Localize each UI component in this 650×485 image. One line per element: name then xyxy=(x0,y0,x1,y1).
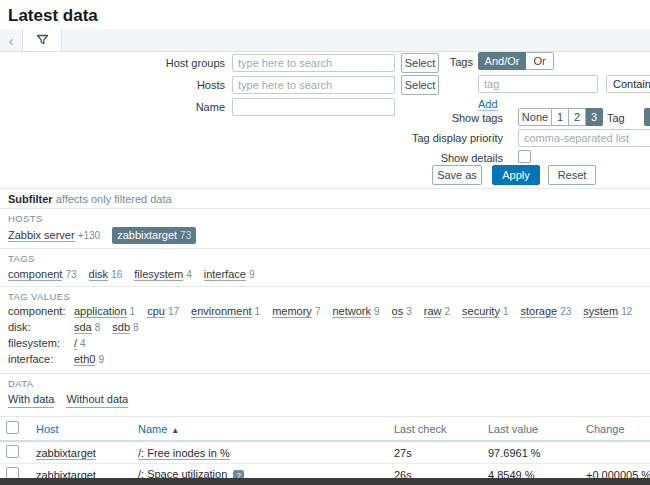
subfilter-tag-item[interactable]: interface9 xyxy=(204,267,255,282)
tag-value-item[interactable]: sdb8 xyxy=(112,321,138,334)
tags-label: Tags xyxy=(380,53,473,71)
tag-value-item[interactable]: cpu17 xyxy=(147,305,179,318)
name-input[interactable] xyxy=(232,98,395,116)
select-all-checkbox[interactable] xyxy=(6,421,19,434)
filter-tabstrip: ‹ xyxy=(0,29,650,52)
hosts-input[interactable] xyxy=(232,76,395,94)
chevron-left-icon: ‹ xyxy=(9,32,14,49)
filter-form: Host groups Select Hosts Select Name Tag… xyxy=(0,52,650,188)
table-header-row: Host Name▲ Last check Last value Change xyxy=(0,417,650,442)
funnel-icon xyxy=(36,33,49,48)
collapse-filter-button[interactable]: ‹ xyxy=(0,29,22,51)
hosts-label: Hosts xyxy=(0,76,225,94)
host-link[interactable]: zabbixtarget xyxy=(36,447,96,460)
subfilter-tag-item[interactable]: component73 xyxy=(8,267,77,282)
tags-heading: TAGS xyxy=(8,253,642,264)
apply-button[interactable]: Apply xyxy=(492,165,540,185)
subfilter-title: Subfilter xyxy=(8,193,53,205)
tag-value-item[interactable]: memory7 xyxy=(272,305,320,318)
tag-value-group-name: filesystem: xyxy=(8,337,74,350)
tag-value-item[interactable]: os3 xyxy=(392,305,412,318)
tag-value-group-name: component: xyxy=(8,305,74,318)
tag-value-item[interactable]: raw2 xyxy=(424,305,450,318)
subfilter-host-item[interactable]: Zabbix server+130 xyxy=(8,228,100,243)
data-heading: DATA xyxy=(8,378,642,389)
tag-value-group: disk: sda8 sdb8 xyxy=(8,321,642,334)
tag-operator-value: Contains xyxy=(613,78,650,90)
tag-display-priority-input[interactable] xyxy=(518,129,650,147)
subfilter-tag-values-section: TAG VALUES component: application1 cpu17… xyxy=(0,286,650,373)
tag-value-item[interactable]: environment1 xyxy=(191,305,260,318)
change-value xyxy=(580,441,650,464)
show-tags-none[interactable]: None xyxy=(518,108,552,126)
sort-asc-icon: ▲ xyxy=(171,426,179,435)
tag-value-item[interactable]: storage23 xyxy=(520,305,571,318)
subfilter-hosts-section: HOSTS Zabbix server+130 zabbixtarget73 xyxy=(0,208,650,248)
column-header-last-check: Last check xyxy=(388,417,482,442)
show-tags-segment: None 1 2 3 xyxy=(518,108,603,126)
column-header-host[interactable]: Host xyxy=(30,417,132,442)
show-details-checkbox[interactable] xyxy=(518,150,531,163)
latest-data-table: Host Name▲ Last check Last value Change … xyxy=(0,416,650,485)
name-label: Name xyxy=(0,98,225,116)
show-tags-3[interactable]: 3 xyxy=(586,108,603,126)
without-data-link[interactable]: Without data xyxy=(66,392,128,408)
tag-display-priority-label: Tag display priority xyxy=(380,129,503,147)
host-groups-input[interactable] xyxy=(232,54,395,72)
page-title: Latest data xyxy=(0,0,650,29)
reset-button[interactable]: Reset xyxy=(548,165,596,185)
tag-value-item[interactable]: security1 xyxy=(462,305,508,318)
save-as-button[interactable]: Save as xyxy=(432,165,482,185)
tag-value-group: filesystem: /4 xyxy=(8,337,642,350)
tag-value-group: component: application1 cpu17 environmen… xyxy=(8,305,642,318)
column-header-change: Change xyxy=(580,417,650,442)
with-data-link[interactable]: With data xyxy=(8,392,54,408)
bottom-bar xyxy=(0,478,650,485)
row-checkbox[interactable] xyxy=(6,445,19,458)
host-count: 73 xyxy=(180,228,191,243)
tag-value-item[interactable]: system12 xyxy=(583,305,632,318)
last-value: 97.6961 % xyxy=(482,441,580,464)
subfilter-tag-item[interactable]: filesystem4 xyxy=(134,267,191,282)
table-row: zabbixtarget /: Free inodes in % 27s 97.… xyxy=(0,441,650,464)
host-count: +130 xyxy=(78,230,101,241)
tag-value-group-name: disk: xyxy=(8,321,74,334)
tags-operator-or[interactable]: Or xyxy=(526,52,554,70)
tag-value-item[interactable]: application1 xyxy=(74,305,135,318)
tag-value-item[interactable]: /4 xyxy=(74,337,86,350)
subfilter-header: Subfilter affects only filtered data xyxy=(0,188,650,208)
last-check-value: 27s xyxy=(388,441,482,464)
tab-filter[interactable] xyxy=(22,29,62,51)
subfilter-tag-item[interactable]: disk16 xyxy=(89,267,123,282)
host-link[interactable]: Zabbix server xyxy=(8,229,75,242)
tag-value-group: interface: eth09 xyxy=(8,353,642,366)
subfilter-subtitle: affects only filtered data xyxy=(56,193,172,205)
column-header-name[interactable]: Name▲ xyxy=(132,417,388,442)
host-groups-label: Host groups xyxy=(0,54,225,72)
subfilter-tags-section: TAGS component73 disk16 filesystem4 inte… xyxy=(0,248,650,286)
show-tags-label: Show tags xyxy=(380,109,503,127)
host-link: zabbixtarget xyxy=(117,228,177,243)
tag-value-item[interactable]: sda8 xyxy=(74,321,100,334)
tag-operator-select[interactable]: Contains xyxy=(606,75,650,93)
hosts-select-button[interactable]: Select xyxy=(401,75,439,95)
latest-data-page: Latest data ‹ Host groups Select Hosts S… xyxy=(0,0,650,485)
item-name-link[interactable]: /: Free inodes in % xyxy=(138,447,230,460)
show-tags-2[interactable]: 2 xyxy=(569,108,586,126)
subfilter-data-section: DATA With data Without data xyxy=(0,373,650,412)
tags-operator-andor[interactable]: And/Or xyxy=(478,52,526,70)
tag-value-item[interactable]: network9 xyxy=(332,305,379,318)
hosts-heading: HOSTS xyxy=(8,213,642,224)
column-header-last-value: Last value xyxy=(482,417,580,442)
tag-value-item[interactable]: eth09 xyxy=(74,353,104,366)
tag-values-heading: TAG VALUES xyxy=(8,291,642,302)
tag-input[interactable] xyxy=(478,75,598,93)
tag-name-option-partial[interactable] xyxy=(644,108,650,126)
show-tags-1[interactable]: 1 xyxy=(552,108,569,126)
tag-value-group-name: interface: xyxy=(8,353,74,366)
tags-operator-segment: And/Or Or xyxy=(478,52,554,70)
subfilter-host-item-selected[interactable]: zabbixtarget73 xyxy=(112,227,196,244)
